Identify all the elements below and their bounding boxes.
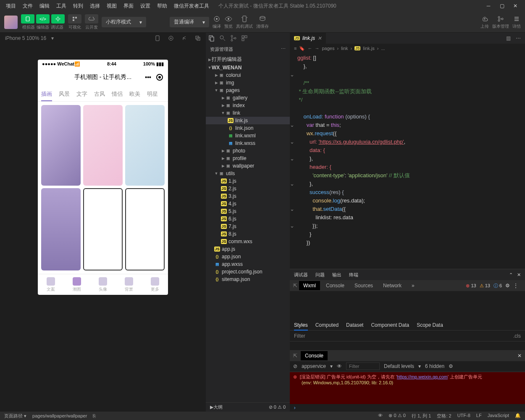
tree-file[interactable]: {}link.json	[206, 124, 290, 132]
maximize-icon[interactable]: ▢	[499, 3, 505, 9]
tree-folder[interactable]: ▼▣utils	[206, 170, 290, 177]
menu-goto[interactable]: 转到	[71, 2, 86, 10]
cloud-button[interactable]	[85, 14, 98, 24]
wallpaper-thumb[interactable]	[83, 105, 123, 186]
tree-file[interactable]: {}sitemap.json	[206, 276, 290, 283]
levels-dropdown[interactable]: Default levels	[384, 363, 414, 369]
tree-folder[interactable]: ▶▣photo	[206, 147, 290, 155]
tree-folder[interactable]: ▶▣img	[206, 79, 290, 87]
tree-file[interactable]: JSlink.js	[206, 117, 290, 124]
devtool-tab[interactable]: Sources	[350, 281, 377, 290]
debugger-button[interactable]	[51, 14, 65, 24]
indent-setting[interactable]: 空格: 2	[437, 413, 451, 419]
info-count[interactable]: ⓘ6	[494, 283, 502, 289]
context-dropdown[interactable]: appservice	[302, 363, 326, 369]
debug-tab[interactable]: 问题	[315, 272, 325, 278]
clear-cache-button[interactable]: 清缓存	[256, 15, 269, 29]
compile-button[interactable]: 编译	[213, 15, 221, 29]
cursor-position[interactable]: 行 1, 列 1	[412, 413, 431, 419]
upload-button[interactable]: 上传	[480, 15, 489, 29]
devtool-tab[interactable]: Console	[322, 281, 349, 290]
file-tab[interactable]: JSlink.js✕	[290, 33, 326, 44]
copy-icon[interactable]: ⎘	[93, 413, 96, 418]
encoding[interactable]: UTF-8	[457, 413, 470, 419]
wallpaper-thumb[interactable]	[125, 105, 165, 186]
more-icon[interactable]: ⋮	[513, 283, 518, 289]
inspect-icon[interactable]: ⇱	[293, 353, 297, 359]
mode-dropdown[interactable]: 小程序模式▾	[102, 17, 146, 27]
component-tab[interactable]: Component Data	[371, 322, 409, 328]
menu-edit[interactable]: 编辑	[37, 2, 52, 10]
tree-file[interactable]: JS1.js	[206, 177, 290, 185]
extension-icon[interactable]	[241, 35, 248, 42]
error-count[interactable]: ⊗13	[466, 283, 476, 289]
tree-project[interactable]: ▼WX_WENAN	[206, 64, 290, 71]
wallpaper-thumb[interactable]	[83, 188, 123, 270]
devtool-tab[interactable]: Network	[379, 281, 406, 290]
menu-project[interactable]: 项目	[3, 2, 18, 10]
visual-button[interactable]	[68, 14, 81, 24]
tree-file[interactable]: {}app.json	[206, 253, 290, 260]
tree-folder[interactable]: ▶▣profile	[206, 155, 290, 162]
tree-file[interactable]: JS2.js	[206, 185, 290, 192]
close-icon[interactable]: ✕	[517, 272, 521, 278]
editor-button[interactable]: </>	[36, 14, 50, 24]
menu-view[interactable]: 视图	[104, 2, 119, 10]
status-errors[interactable]: ⊗ 0 ⚠ 0	[388, 413, 405, 419]
console-prompt[interactable]: ›	[290, 404, 525, 412]
tree-file[interactable]: JSapp.js	[206, 245, 290, 253]
debug-tab[interactable]: 调试器	[294, 272, 308, 278]
tree-file[interactable]: JScomm.wxs	[206, 238, 290, 245]
tabbar-item[interactable]: 文案	[38, 274, 64, 295]
avatar[interactable]	[4, 16, 18, 29]
clear-icon[interactable]: ⊘	[293, 363, 297, 369]
compile-dropdown[interactable]: 普通编译▾	[170, 17, 209, 27]
device-label[interactable]: iPhone 5 100% 16	[5, 35, 46, 41]
menu-tool[interactable]: 工具	[54, 2, 69, 10]
language-mode[interactable]: JavaScript	[488, 413, 509, 419]
tabbar-item[interactable]: 背景	[116, 274, 142, 295]
remote-button[interactable]: 真机调试	[236, 15, 253, 29]
wallpaper-thumb[interactable]	[41, 105, 81, 186]
tree-section[interactable]: ▶打开的编辑器	[206, 55, 290, 64]
tree-file[interactable]: JS3.js	[206, 192, 290, 200]
styles-tab[interactable]: Styles	[294, 322, 308, 331]
scope-tab[interactable]: Scope Data	[417, 322, 443, 328]
simulator-button[interactable]	[21, 14, 34, 24]
menu-ui[interactable]: 界面	[121, 2, 136, 10]
bell-icon[interactable]: 🔔	[515, 413, 521, 419]
page-path[interactable]: pages/wallpaper/wallpaper	[32, 413, 87, 418]
tree-file[interactable]: JS6.js	[206, 215, 290, 223]
category-tab[interactable]: 文字	[76, 90, 87, 98]
tree-folder[interactable]: ▶▣wallpaper	[206, 162, 290, 170]
category-tab[interactable]: 古风	[94, 90, 105, 98]
warn-count[interactable]: ⚠13	[480, 283, 490, 289]
breadcrumb[interactable]: ≡🔖←→ pages › link › JS link.js › ...	[290, 44, 525, 53]
wallpaper-thumb[interactable]	[125, 188, 165, 270]
computed-tab[interactable]: Computed	[315, 322, 339, 328]
category-tab[interactable]: 风景	[59, 90, 70, 98]
chevron-down-icon[interactable]: ▾	[51, 35, 54, 41]
tree-file[interactable]: ▤app.wxss	[206, 260, 290, 268]
detail-button[interactable]: 详情	[512, 15, 521, 29]
tree-folder[interactable]: ▼▣link	[206, 109, 290, 117]
page-path-label[interactable]: 页面路径 ▾	[4, 413, 26, 419]
chevron-up-icon[interactable]: ⌃	[509, 272, 513, 278]
category-tab[interactable]: 明星	[147, 90, 158, 98]
version-button[interactable]: 版本管理	[492, 15, 509, 29]
menu-select[interactable]: 选择	[87, 2, 102, 10]
files-icon[interactable]	[208, 35, 215, 42]
category-tab[interactable]: 欧美	[129, 90, 140, 98]
close-tab-icon[interactable]: ✕	[318, 35, 322, 41]
close-icon[interactable]: ✕	[517, 353, 522, 359]
git-icon[interactable]	[230, 35, 237, 42]
more-icon[interactable]: ⋯	[516, 35, 521, 41]
inspect-icon[interactable]: ⇱	[293, 283, 297, 289]
menu-setting[interactable]: 设置	[138, 2, 153, 10]
tree-file[interactable]: JS8.js	[206, 230, 290, 238]
tree-file[interactable]: JS4.js	[206, 200, 290, 207]
tree-file[interactable]: ▤link.wxss	[206, 139, 290, 147]
debug-tab[interactable]: 输出	[332, 272, 341, 278]
target-icon[interactable]	[168, 35, 174, 41]
share-icon[interactable]	[181, 35, 187, 41]
